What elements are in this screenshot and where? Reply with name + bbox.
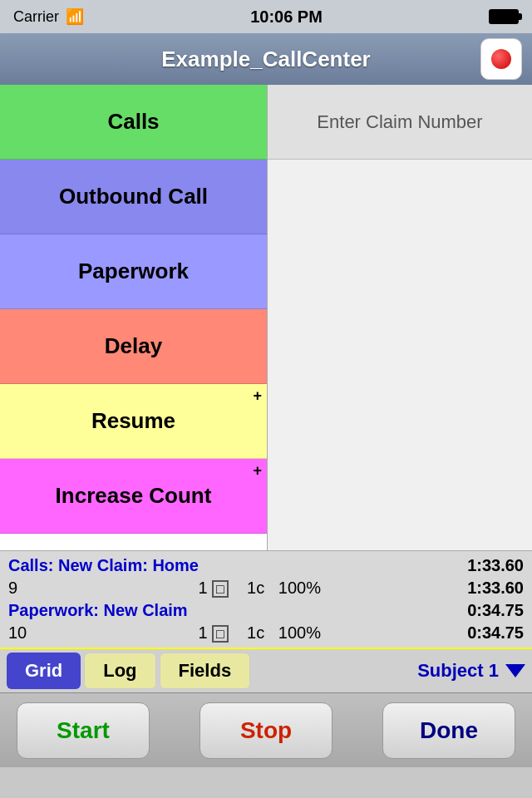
carrier-label: Carrier (13, 8, 59, 26)
app-header: Example_CallCenter (0, 33, 532, 85)
right-panel: Enter Claim Number (268, 85, 532, 550)
status-time: 10:06 PM (250, 7, 323, 27)
record-button[interactable] (480, 38, 522, 80)
outbound-call-button[interactable]: Outbound Call (0, 160, 267, 234)
action-bar: Start Stop Done (0, 692, 532, 767)
enter-claim-button[interactable]: Enter Claim Number (268, 85, 532, 160)
tab-log[interactable]: Log (84, 653, 155, 689)
status-bar: Carrier 📶 10:06 PM (0, 0, 532, 33)
left-panel: Calls Outbound Call Paperwork Delay + Re… (0, 85, 268, 550)
start-button[interactable]: Start (17, 702, 150, 759)
status-left: Carrier 📶 (13, 7, 84, 26)
stop-button[interactable]: Stop (200, 702, 332, 759)
tab-grid[interactable]: Grid (7, 653, 81, 689)
battery-icon (489, 9, 519, 24)
paperwork-button[interactable]: Paperwork (0, 234, 267, 309)
stat-2-label: Paperwork: New Claim (8, 601, 188, 620)
record-dot-icon (491, 49, 511, 69)
main-content: Calls Outbound Call Paperwork Delay + Re… (0, 85, 532, 550)
stats-section: Calls: New Claim: Home 1:33.60 9 1 □ 1c … (0, 550, 532, 648)
stat-1-num: 9 (8, 579, 33, 598)
wifi-icon: 📶 (66, 7, 84, 26)
increase-count-button[interactable]: + Increase Count (0, 459, 267, 534)
chevron-down-icon (505, 664, 525, 677)
tab-fields[interactable]: Fields (160, 653, 251, 689)
resume-badge: + (253, 387, 262, 405)
increase-badge: + (253, 462, 262, 480)
app-title: Example_CallCenter (161, 47, 370, 72)
done-button[interactable]: Done (382, 702, 515, 759)
subject-selector[interactable]: Subject 1 (417, 660, 525, 682)
stat-row-2-detail: 10 1 □ 1c 100% 0:34.75 (8, 622, 524, 644)
calls-button[interactable]: Calls (0, 85, 267, 160)
stat-1-time-detail: 1:33.60 (467, 579, 524, 598)
subject-label: Subject 1 (417, 660, 499, 682)
stat-2-num: 10 (8, 623, 33, 643)
stat-row-1-detail: 9 1 □ 1c 100% 1:33.60 (8, 577, 524, 599)
tab-bar: Grid Log Fields Subject 1 (0, 648, 532, 692)
stat-1-time: 1:33.60 (467, 556, 524, 575)
stat-2-time: 0:34.75 (467, 601, 524, 620)
stat-1-label: Calls: New Claim: Home (8, 556, 199, 575)
stat-row-1-label: Calls: New Claim: Home 1:33.60 (8, 554, 524, 577)
stat-2-time-detail: 0:34.75 (467, 623, 524, 643)
delay-button[interactable]: Delay (0, 309, 267, 384)
resume-button[interactable]: + Resume (0, 384, 267, 459)
stat-row-2-label: Paperwork: New Claim 0:34.75 (8, 599, 524, 622)
stat-1-details: 1 □ 1c 100% (180, 579, 321, 598)
stat-2-details: 1 □ 1c 100% (180, 623, 321, 643)
